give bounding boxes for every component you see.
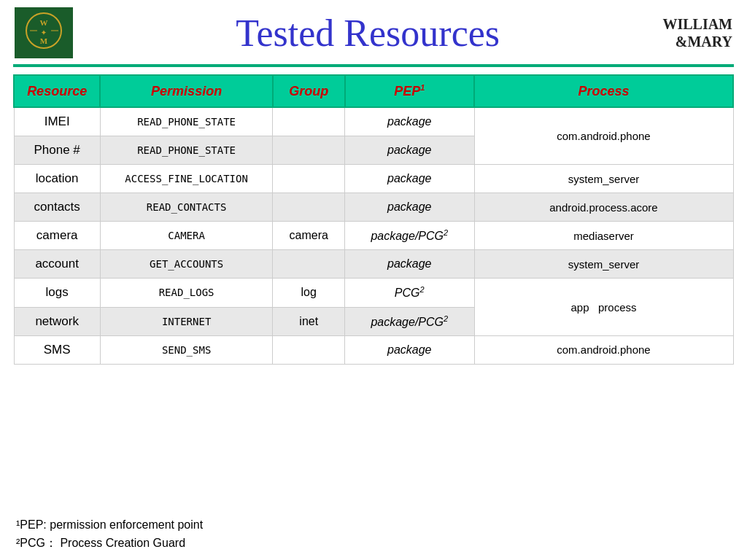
cell-process: com.android.phone: [474, 335, 733, 364]
wm-line2: &MARY: [662, 33, 732, 50]
cell-permission: READ_PHONE_STATE: [100, 107, 273, 136]
svg-text:✦: ✦: [41, 29, 47, 36]
page-title: Tested Resources: [73, 12, 662, 55]
header: W ✦ M Tested Resources WILLIAM &MARY: [0, 0, 747, 58]
table-row: IMEI READ_PHONE_STATE package com.androi…: [14, 107, 733, 136]
cell-pep: package/PCG2: [345, 307, 474, 335]
cell-group: [273, 107, 345, 136]
col-header-pep: PEP1: [345, 75, 474, 107]
table-row: logs READ_LOGS log PCG2 app process: [14, 279, 733, 307]
cell-permission: CAMERA: [100, 222, 273, 250]
table-row: SMS SEND_SMS package com.android.phone: [14, 335, 733, 364]
cell-group: [273, 136, 345, 165]
cell-permission: GET_ACCOUNTS: [100, 250, 273, 279]
table-row: account GET_ACCOUNTS package system_serv…: [14, 250, 733, 279]
cell-pep: package: [345, 250, 474, 279]
col-header-process: Process: [474, 75, 733, 107]
cell-resource: contacts: [14, 193, 100, 222]
footnotes: ¹PEP: permission enforcement point ²PCG：…: [0, 505, 747, 560]
cell-pep: PCG2: [345, 279, 474, 307]
wm-logo-emblem: W ✦ M: [24, 11, 64, 55]
cell-process: android.process.acore: [474, 193, 733, 222]
cell-permission: ACCESS_FINE_LOCATION: [100, 165, 273, 193]
table-header-row: Resource Permission Group PEP1 Process: [14, 75, 733, 107]
wm-logo-box: W ✦ M: [15, 7, 73, 58]
wm-emblem-svg: W ✦ M: [24, 11, 64, 51]
cell-group: [273, 335, 345, 364]
page: W ✦ M Tested Resources WILLIAM &MARY: [0, 0, 747, 560]
col-header-resource: Resource: [14, 75, 100, 107]
cell-process: mediaserver: [474, 222, 733, 250]
cell-resource: account: [14, 250, 100, 279]
cell-pep: package: [345, 136, 474, 165]
cell-resource: network: [14, 307, 100, 335]
footnote-2: ²PCG： Process Creation Guard: [16, 534, 731, 553]
cell-permission: READ_LOGS: [100, 279, 273, 307]
cell-pep: package: [345, 335, 474, 364]
wm-text-logo: WILLIAM &MARY: [662, 15, 732, 50]
footnote-1: ¹PEP: permission enforcement point: [16, 516, 731, 534]
table-row: contacts READ_CONTACTS package android.p…: [14, 193, 733, 222]
cell-resource: Phone #: [14, 136, 100, 165]
cell-permission: READ_CONTACTS: [100, 193, 273, 222]
resources-table: Resource Permission Group PEP1 Process I…: [13, 74, 734, 365]
cell-pep: package/PCG2: [345, 222, 474, 250]
cell-resource-sms: SMS: [14, 335, 100, 364]
cell-pep: package: [345, 193, 474, 222]
cell-resource: camera: [14, 222, 100, 250]
cell-pep: package: [345, 107, 474, 136]
cell-group: inet: [273, 307, 345, 335]
col-header-permission: Permission: [100, 75, 273, 107]
cell-permission: SEND_SMS: [100, 335, 273, 364]
svg-text:W: W: [39, 18, 47, 27]
table-row: camera CAMERA camera package/PCG2 medias…: [14, 222, 733, 250]
svg-text:M: M: [39, 36, 47, 45]
cell-pep: package: [345, 165, 474, 193]
cell-process: system_server: [474, 250, 733, 279]
cell-group: camera: [273, 222, 345, 250]
cell-group: [273, 165, 345, 193]
table-area: Resource Permission Group PEP1 Process I…: [0, 74, 747, 505]
cell-permission: READ_PHONE_STATE: [100, 136, 273, 165]
cell-group: [273, 193, 345, 222]
cell-process: com.android.phone: [474, 107, 733, 165]
cell-permission: INTERNET: [100, 307, 273, 335]
wm-line1: WILLIAM: [662, 15, 732, 33]
cell-resource: location: [14, 165, 100, 193]
cell-group: [273, 250, 345, 279]
header-divider: [13, 64, 734, 67]
cell-group: log: [273, 279, 345, 307]
table-row: location ACCESS_FINE_LOCATION package sy…: [14, 165, 733, 193]
col-header-group: Group: [273, 75, 345, 107]
cell-resource: logs: [14, 279, 100, 307]
cell-process: app process: [474, 279, 733, 336]
cell-resource: IMEI: [14, 107, 100, 136]
cell-process: system_server: [474, 165, 733, 193]
